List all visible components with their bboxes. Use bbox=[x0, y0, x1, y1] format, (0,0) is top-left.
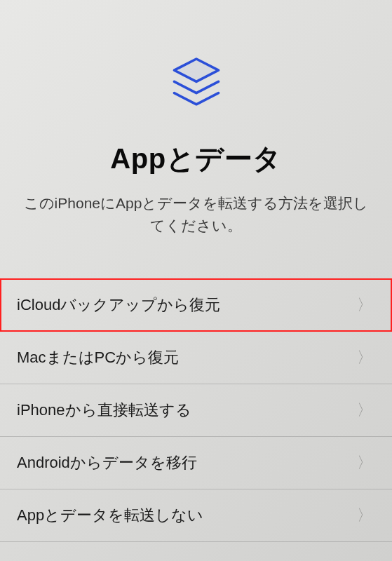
option-label: Androidからデータを移行 bbox=[17, 452, 197, 473]
option-icloud-backup-restore[interactable]: iCloudバックアップから復元 〉 bbox=[0, 278, 392, 332]
chevron-right-icon: 〉 bbox=[357, 295, 372, 316]
option-label: iCloudバックアップから復元 bbox=[17, 295, 220, 316]
options-list: iCloudバックアップから復元 〉 MacまたはPCから復元 〉 iPhone… bbox=[0, 278, 392, 542]
setup-screen: Appとデータ このiPhoneにAppとデータを転送する方法を選択してください… bbox=[0, 0, 392, 561]
option-iphone-direct-transfer[interactable]: iPhoneから直接転送する 〉 bbox=[0, 384, 392, 437]
layers-icon bbox=[165, 53, 228, 119]
option-mac-pc-restore[interactable]: MacまたはPCから復元 〉 bbox=[0, 332, 392, 384]
chevron-right-icon: 〉 bbox=[357, 347, 372, 368]
option-android-migrate[interactable]: Androidからデータを移行 〉 bbox=[0, 437, 392, 489]
chevron-right-icon: 〉 bbox=[357, 452, 372, 473]
page-subtitle: このiPhoneにAppとデータを転送する方法を選択してください。 bbox=[0, 192, 392, 236]
chevron-right-icon: 〉 bbox=[357, 400, 372, 421]
option-no-transfer[interactable]: Appとデータを転送しない 〉 bbox=[0, 489, 392, 542]
option-label: iPhoneから直接転送する bbox=[17, 400, 191, 421]
option-label: MacまたはPCから復元 bbox=[17, 347, 179, 368]
page-title: Appとデータ bbox=[110, 140, 281, 178]
option-label: Appとデータを転送しない bbox=[17, 505, 203, 526]
chevron-right-icon: 〉 bbox=[357, 505, 372, 526]
